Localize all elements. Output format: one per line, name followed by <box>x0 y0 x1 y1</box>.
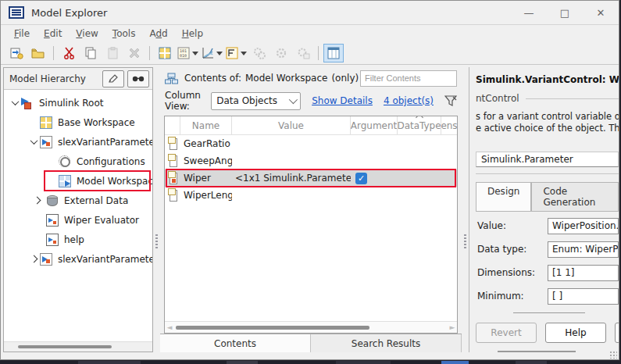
gears-icon <box>253 47 266 59</box>
left-splitter[interactable] <box>153 67 160 352</box>
new-model-icon <box>10 47 23 59</box>
delete-icon <box>128 47 141 59</box>
tree-item-external-data[interactable]: External Data <box>4 191 152 210</box>
open-button[interactable] <box>28 44 48 62</box>
minimum-field-row: Minimum: [ ] <box>477 288 619 305</box>
tree-item-model-workspace[interactable]: Model Workspace <box>4 171 152 191</box>
title-bar: Model Explorer — □ ✕ <box>1 1 619 25</box>
tab-code-generation[interactable]: Code Generation <box>531 182 619 211</box>
column-header-name[interactable]: Name <box>180 116 232 134</box>
cell-value <box>232 135 351 152</box>
process-button[interactable] <box>249 44 269 62</box>
edit-button[interactable] <box>102 70 124 87</box>
apply-button-clipped[interactable] <box>615 323 619 343</box>
contents-header: Contents of: Model Workspace (only) <box>160 67 462 89</box>
argument-checkbox[interactable]: ✓ <box>355 173 367 184</box>
column-header-value[interactable]: Value <box>232 116 351 134</box>
data-type-select[interactable]: Enum: WiperPosition <box>548 241 619 258</box>
column-header-dimensions-clipped[interactable]: ens <box>441 116 457 134</box>
table-row-wiper[interactable]: Wiper <1x1 Simulink.Parameter> ✓ <box>165 170 457 187</box>
tab-search-results[interactable]: Search Results <box>311 334 462 352</box>
find-button[interactable] <box>127 70 149 87</box>
table-row-gearratio[interactable]: GearRatio <box>165 135 457 152</box>
tree-item-label: slexVariantParameterWiper <box>58 137 152 148</box>
chevron-down-icon[interactable] <box>27 139 40 145</box>
filter-contents-input[interactable] <box>360 70 457 87</box>
menu-add[interactable]: Add <box>142 27 174 41</box>
scroll-right-arrow-icon[interactable]: ► <box>448 323 457 331</box>
menu-edit[interactable]: Edit <box>37 27 69 41</box>
column-view-value: Data Objects <box>216 95 277 106</box>
window-layout-button[interactable] <box>155 44 175 62</box>
tree-item-label: Model Workspace <box>77 176 152 187</box>
base-workspace-icon <box>40 116 52 129</box>
model-hierarchy-title: Model Hierarchy <box>9 73 86 84</box>
content-area: Model Hierarchy Simulink Root <box>1 65 619 352</box>
contents-horizontal-scrollbar[interactable]: ◄ ► <box>165 321 457 333</box>
scrollbar-thumb[interactable] <box>176 326 369 330</box>
hierarchy-view-button[interactable] <box>225 44 248 62</box>
column-view-toggle-button[interactable] <box>323 44 344 62</box>
scroll-left-arrow-icon[interactable]: ◄ <box>165 323 174 331</box>
minimize-button[interactable]: — <box>511 1 547 24</box>
chevron-right-icon[interactable] <box>27 256 40 262</box>
revert-button[interactable]: Revert <box>476 323 537 343</box>
dimensions-input[interactable]: [1 1] <box>548 265 619 281</box>
tree-item-slexvariantparametermulti[interactable]: slexVariantParameterMulti <box>4 249 152 269</box>
gear-button[interactable] <box>271 44 291 62</box>
splitter-handle-icon[interactable] <box>464 234 466 248</box>
copy-button[interactable] <box>80 44 101 62</box>
paste-button[interactable] <box>102 44 123 62</box>
chevron-down-icon[interactable] <box>9 100 21 105</box>
contents-only-label: (only) <box>331 73 359 84</box>
close-button[interactable]: ✕ <box>583 1 619 24</box>
tree-item-base-workspace[interactable]: Base Workspace <box>4 112 152 132</box>
code-view-button[interactable]: 101010 <box>177 44 199 62</box>
variable-type-field[interactable]: Simulink.Parameter <box>476 152 619 167</box>
contents-panel: Contents of: Model Workspace (only) Colu… <box>160 67 462 352</box>
column-view-label: Column View: <box>165 90 205 112</box>
cut-icon <box>63 47 75 59</box>
menu-view[interactable]: View <box>69 27 105 41</box>
column-header-argument[interactable]: Argument <box>351 116 398 134</box>
right-splitter[interactable] <box>462 67 469 352</box>
scrollbar-thumb[interactable] <box>18 345 112 348</box>
model-hierarchy-tree: Simulink Root Base Workspace slexVariant… <box>4 90 152 341</box>
help-button[interactable]: Help <box>545 323 606 343</box>
menu-help[interactable]: Help <box>175 27 210 41</box>
hierarchy-boxes-icon <box>165 73 178 84</box>
table-row-wiperlength[interactable]: WiperLength <box>165 187 457 204</box>
resize-grip-icon[interactable] <box>609 351 617 359</box>
chevron-right-icon[interactable] <box>30 198 43 203</box>
delete-button[interactable] <box>124 44 145 62</box>
tab-contents[interactable]: Contents <box>160 334 311 352</box>
menu-tools[interactable]: Tools <box>105 27 143 41</box>
tree-item-wiper-evaluator[interactable]: Wiper Evaluator <box>4 210 152 230</box>
section-rule <box>526 98 619 99</box>
filter-funnel-icon[interactable] <box>444 95 457 107</box>
divider <box>476 173 619 174</box>
hierarchy-horizontal-scrollbar[interactable] <box>4 341 152 352</box>
plot-button[interactable] <box>201 44 223 62</box>
minimum-input[interactable]: [ ] <box>548 288 619 305</box>
new-model-button[interactable] <box>6 44 27 62</box>
parameter-icon <box>170 190 177 202</box>
value-input[interactable]: WiperPosition.FRO <box>548 218 619 234</box>
column-view-row: Column View: Data Objects Show Details 4… <box>160 89 462 112</box>
column-header-datatype[interactable]: DataType <box>398 116 441 134</box>
maximize-button[interactable]: □ <box>547 1 583 24</box>
tree-item-simulink-root[interactable]: Simulink Root <box>4 93 152 112</box>
menu-file[interactable]: File <box>7 27 37 41</box>
tree-item-slexvariantparameterwiper[interactable]: slexVariantParameterWiper <box>4 132 152 152</box>
objects-count-link[interactable]: 4 object(s) <box>384 95 434 106</box>
tab-design[interactable]: Design <box>476 182 531 211</box>
tree-item-configurations[interactable]: Configurations <box>4 152 152 171</box>
table-row-sweepangle[interactable]: SweepAngle <box>165 152 457 170</box>
column-view-select[interactable]: Data Objects <box>211 92 301 110</box>
gear-copy-button[interactable] <box>293 44 313 62</box>
show-details-link[interactable]: Show Details <box>312 95 373 106</box>
model-explorer-window: Model Explorer — □ ✕ File Edit View Tool… <box>0 0 619 360</box>
cut-button[interactable] <box>59 44 79 62</box>
tree-item-help[interactable]: help <box>4 230 152 249</box>
splitter-handle-icon[interactable] <box>155 234 158 248</box>
